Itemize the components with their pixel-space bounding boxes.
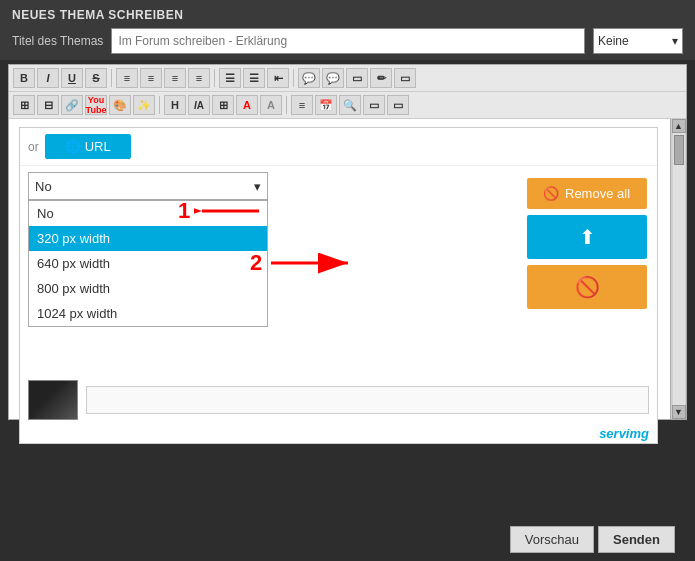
sep4 <box>159 96 160 114</box>
bold-button[interactable]: B <box>13 68 35 88</box>
img-tool1-button[interactable]: ⊞ <box>13 95 35 115</box>
img-dialog-tabs: or 🌐 URL <box>20 128 657 166</box>
list-bullet-button[interactable]: ☰ <box>219 68 241 88</box>
code-button[interactable]: 💬 <box>322 68 344 88</box>
scroll-thumb[interactable] <box>674 135 684 165</box>
servimg-text: servimg <box>599 426 649 441</box>
scroll-up-button[interactable]: ▲ <box>672 119 686 133</box>
align-justify-button[interactable]: ≡ <box>188 68 210 88</box>
youtube-button[interactable]: YouTube <box>85 95 107 115</box>
annotation-2: 2 <box>250 248 356 278</box>
option-800px[interactable]: 800 px width <box>29 276 267 301</box>
upload-button[interactable]: ⬆ <box>527 215 647 259</box>
font-color-button[interactable]: A <box>236 95 258 115</box>
title-label: Titel des Themas <box>12 34 103 48</box>
number-2: 2 <box>250 250 262 276</box>
option-640px[interactable]: 640 px width <box>29 251 267 276</box>
dialog-cancel-button[interactable]: 🚫 <box>527 265 647 309</box>
sep2 <box>214 69 215 87</box>
right-buttons: 🚫 Remove all ⬆ 🚫 <box>527 178 647 309</box>
option-1024px[interactable]: 1024 px width <box>29 301 267 326</box>
underline-button[interactable]: U <box>61 68 83 88</box>
keine-label: Keine <box>598 34 629 48</box>
list-ordered-button[interactable]: ☰ <box>243 68 265 88</box>
number-1: 1 <box>178 198 190 224</box>
magic-button[interactable]: ✨ <box>133 95 155 115</box>
scroll-track <box>673 133 685 405</box>
keine-select[interactable]: Keine ▾ <box>593 28 683 54</box>
title-row: Titel des Themas Keine ▾ <box>12 28 683 54</box>
editor-container: B I U S ≡ ≡ ≡ ≡ ☰ ☰ ⇤ 💬 💬 ▭ ✏ ▭ ⊞ ⊟ 🔗 Yo… <box>8 64 687 420</box>
table-button[interactable]: ▭ <box>346 68 368 88</box>
sep3 <box>293 69 294 87</box>
edit-button[interactable]: ✏ <box>370 68 392 88</box>
servimg-brand: servimg <box>20 424 657 443</box>
color-button[interactable]: 🎨 <box>109 95 131 115</box>
sep1 <box>111 69 112 87</box>
img-dialog: or 🌐 URL No ▾ No 320 px width <box>19 127 658 444</box>
calendar-button[interactable]: 📅 <box>315 95 337 115</box>
sep5 <box>286 96 287 114</box>
search-button[interactable]: 🔍 <box>339 95 361 115</box>
grid-button[interactable]: ⊞ <box>212 95 234 115</box>
bottom-bar: Vorschau Senden <box>510 526 675 553</box>
chevron-down-icon: ▾ <box>672 34 678 48</box>
cancel-icon: 🚫 <box>575 275 600 299</box>
tab-url-button[interactable]: 🌐 URL <box>45 134 131 159</box>
top-section: NEUES THEMA SCHREIBEN Titel des Themas K… <box>0 0 695 60</box>
italic-button[interactable]: I <box>37 68 59 88</box>
upload-icon: ⬆ <box>579 225 596 249</box>
special-button[interactable]: ≡ <box>291 95 313 115</box>
box1-button[interactable]: ▭ <box>363 95 385 115</box>
embed-button[interactable]: ▭ <box>394 68 416 88</box>
scroll-down-button[interactable]: ▼ <box>672 405 686 419</box>
font-size-button[interactable]: IA <box>188 95 210 115</box>
senden-button[interactable]: Senden <box>598 526 675 553</box>
preview-thumb <box>28 380 78 420</box>
remove-all-button[interactable]: 🚫 Remove all <box>527 178 647 209</box>
link-button[interactable]: 🔗 <box>61 95 83 115</box>
preview-strip <box>20 376 657 424</box>
box2-button[interactable]: ▭ <box>387 95 409 115</box>
ban-icon: 🚫 <box>543 186 559 201</box>
selected-option-label: No <box>35 179 52 194</box>
remove-all-label: Remove all <box>565 186 630 201</box>
arrow-right-icon <box>266 248 356 278</box>
strikethrough-button[interactable]: S <box>85 68 107 88</box>
heading-button[interactable]: H <box>164 95 186 115</box>
font-bg-button[interactable]: A <box>260 95 282 115</box>
tab-url-label: URL <box>85 139 111 154</box>
dropdown-arrow-icon: ▾ <box>254 179 261 194</box>
quote-button[interactable]: 💬 <box>298 68 320 88</box>
globe-icon: 🌐 <box>65 139 81 154</box>
outdent-button[interactable]: ⇤ <box>267 68 289 88</box>
scrollbar-right[interactable]: ▲ ▼ <box>670 119 686 419</box>
toolbar-row2: ⊞ ⊟ 🔗 YouTube 🎨 ✨ H IA ⊞ A A ≡ 📅 🔍 ▭ ▭ <box>9 92 686 119</box>
tab-or: or <box>28 140 39 154</box>
align-right-button[interactable]: ≡ <box>164 68 186 88</box>
toolbar-row1: B I U S ≡ ≡ ≡ ≡ ☰ ☰ ⇤ 💬 💬 ▭ ✏ ▭ <box>9 65 686 92</box>
page-bg: NEUES THEMA SCHREIBEN Titel des Themas K… <box>0 0 695 561</box>
editor-body[interactable]: or 🌐 URL No ▾ No 320 px width <box>9 119 686 419</box>
page-title: NEUES THEMA SCHREIBEN <box>12 8 683 22</box>
align-center-button[interactable]: ≡ <box>140 68 162 88</box>
arrow-left-icon <box>194 196 264 226</box>
preview-text-input[interactable] <box>86 386 649 414</box>
vorschau-button[interactable]: Vorschau <box>510 526 594 553</box>
align-left-button[interactable]: ≡ <box>116 68 138 88</box>
annotation-1: 1 <box>178 196 264 226</box>
img-tool2-button[interactable]: ⊟ <box>37 95 59 115</box>
option-320px[interactable]: 320 px width <box>29 226 267 251</box>
title-input[interactable] <box>111 28 585 54</box>
